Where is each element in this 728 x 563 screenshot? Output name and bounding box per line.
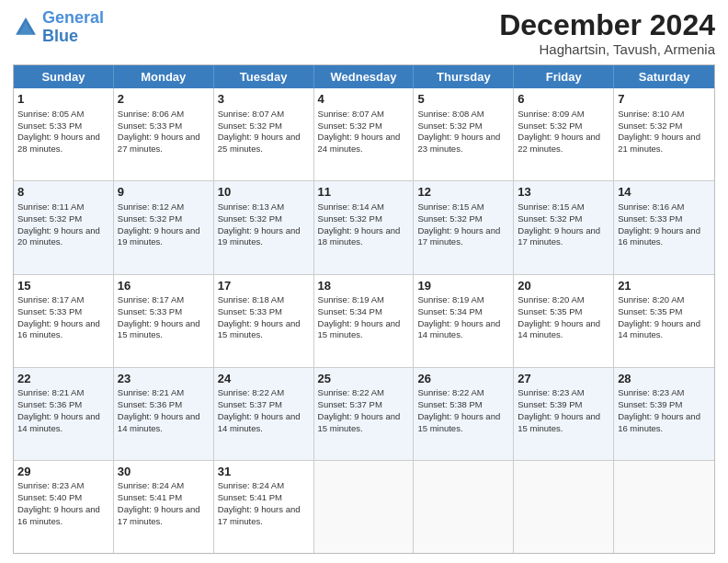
day-info: Sunrise: 8:19 AMSunset: 5:34 PMDaylight:… bbox=[318, 294, 401, 339]
calendar-body: 1Sunrise: 8:05 AMSunset: 5:33 PMDaylight… bbox=[14, 88, 714, 553]
day-number: 14 bbox=[618, 184, 711, 201]
subtitle: Haghartsin, Tavush, Armenia bbox=[499, 41, 715, 57]
header: General Blue December 2024 Haghartsin, T… bbox=[13, 9, 715, 57]
day-header-friday: Friday bbox=[514, 65, 614, 88]
day-info: Sunrise: 8:19 AMSunset: 5:34 PMDaylight:… bbox=[417, 294, 500, 339]
day-number: 8 bbox=[17, 184, 109, 201]
calendar-cell: 28Sunrise: 8:23 AMSunset: 5:39 PMDayligh… bbox=[614, 368, 714, 460]
calendar-cell: 24Sunrise: 8:22 AMSunset: 5:37 PMDayligh… bbox=[214, 368, 314, 460]
day-number: 29 bbox=[17, 464, 109, 480]
calendar-cell: 17Sunrise: 8:18 AMSunset: 5:33 PMDayligh… bbox=[214, 275, 314, 367]
day-info: Sunrise: 8:24 AMSunset: 5:41 PMDaylight:… bbox=[218, 480, 301, 525]
day-info: Sunrise: 8:21 AMSunset: 5:36 PMDaylight:… bbox=[118, 387, 200, 432]
calendar-cell: 13Sunrise: 8:15 AMSunset: 5:32 PMDayligh… bbox=[514, 181, 614, 273]
day-number: 3 bbox=[218, 91, 310, 108]
calendar-cell: 1Sunrise: 8:05 AMSunset: 5:33 PMDaylight… bbox=[14, 88, 114, 180]
calendar-cell bbox=[614, 461, 714, 553]
day-info: Sunrise: 8:07 AMSunset: 5:32 PMDaylight:… bbox=[218, 109, 301, 154]
day-number: 4 bbox=[318, 91, 410, 108]
calendar-cell: 4Sunrise: 8:07 AMSunset: 5:32 PMDaylight… bbox=[314, 88, 415, 180]
calendar-cell: 9Sunrise: 8:12 AMSunset: 5:32 PMDaylight… bbox=[114, 181, 214, 273]
day-info: Sunrise: 8:17 AMSunset: 5:33 PMDaylight:… bbox=[17, 294, 100, 339]
day-info: Sunrise: 8:05 AMSunset: 5:33 PMDaylight:… bbox=[17, 109, 100, 154]
calendar-cell: 2Sunrise: 8:06 AMSunset: 5:33 PMDaylight… bbox=[114, 88, 214, 180]
day-info: Sunrise: 8:15 AMSunset: 5:32 PMDaylight:… bbox=[518, 201, 600, 247]
calendar-cell: 19Sunrise: 8:19 AMSunset: 5:34 PMDayligh… bbox=[414, 275, 514, 367]
day-number: 11 bbox=[318, 184, 410, 201]
calendar-cell: 11Sunrise: 8:14 AMSunset: 5:32 PMDayligh… bbox=[314, 181, 415, 273]
day-number: 30 bbox=[118, 464, 210, 480]
calendar-cell: 6Sunrise: 8:09 AMSunset: 5:32 PMDaylight… bbox=[514, 88, 614, 180]
calendar-cell: 3Sunrise: 8:07 AMSunset: 5:32 PMDaylight… bbox=[214, 88, 314, 180]
day-info: Sunrise: 8:16 AMSunset: 5:33 PMDaylight:… bbox=[618, 201, 700, 247]
day-number: 1 bbox=[17, 91, 109, 108]
calendar-row: 8Sunrise: 8:11 AMSunset: 5:32 PMDaylight… bbox=[14, 181, 714, 274]
day-number: 6 bbox=[518, 91, 609, 108]
day-number: 25 bbox=[318, 371, 410, 387]
day-info: Sunrise: 8:23 AMSunset: 5:39 PMDaylight:… bbox=[518, 387, 600, 432]
day-info: Sunrise: 8:13 AMSunset: 5:32 PMDaylight:… bbox=[218, 201, 301, 247]
day-info: Sunrise: 8:11 AMSunset: 5:32 PMDaylight:… bbox=[17, 201, 100, 247]
day-info: Sunrise: 8:20 AMSunset: 5:35 PMDaylight:… bbox=[518, 294, 600, 339]
day-header-wednesday: Wednesday bbox=[314, 65, 415, 88]
calendar: SundayMondayTuesdayWednesdayThursdayFrid… bbox=[13, 64, 715, 554]
day-number: 22 bbox=[17, 371, 109, 387]
day-number: 10 bbox=[218, 184, 310, 201]
calendar-cell: 16Sunrise: 8:17 AMSunset: 5:33 PMDayligh… bbox=[114, 275, 214, 367]
day-info: Sunrise: 8:23 AMSunset: 5:39 PMDaylight:… bbox=[618, 387, 700, 432]
calendar-cell: 30Sunrise: 8:24 AMSunset: 5:41 PMDayligh… bbox=[114, 461, 214, 553]
day-header-sunday: Sunday bbox=[14, 65, 114, 88]
day-info: Sunrise: 8:08 AMSunset: 5:32 PMDaylight:… bbox=[417, 109, 500, 154]
day-number: 16 bbox=[118, 278, 210, 294]
day-number: 13 bbox=[518, 184, 609, 201]
calendar-cell: 10Sunrise: 8:13 AMSunset: 5:32 PMDayligh… bbox=[214, 181, 314, 273]
calendar-cell: 18Sunrise: 8:19 AMSunset: 5:34 PMDayligh… bbox=[314, 275, 415, 367]
calendar-row: 22Sunrise: 8:21 AMSunset: 5:36 PMDayligh… bbox=[14, 368, 714, 461]
day-info: Sunrise: 8:24 AMSunset: 5:41 PMDaylight:… bbox=[118, 480, 200, 525]
calendar-cell: 23Sunrise: 8:21 AMSunset: 5:36 PMDayligh… bbox=[114, 368, 214, 460]
day-info: Sunrise: 8:22 AMSunset: 5:37 PMDaylight:… bbox=[318, 387, 401, 432]
calendar-header: SundayMondayTuesdayWednesdayThursdayFrid… bbox=[14, 65, 714, 88]
day-number: 23 bbox=[118, 371, 210, 387]
day-info: Sunrise: 8:14 AMSunset: 5:32 PMDaylight:… bbox=[318, 201, 401, 247]
day-number: 2 bbox=[118, 91, 210, 108]
day-number: 17 bbox=[218, 278, 310, 294]
page: General Blue December 2024 Haghartsin, T… bbox=[0, 0, 728, 563]
day-number: 24 bbox=[218, 371, 310, 387]
calendar-cell: 27Sunrise: 8:23 AMSunset: 5:39 PMDayligh… bbox=[514, 368, 614, 460]
day-header-tuesday: Tuesday bbox=[214, 65, 314, 88]
day-number: 15 bbox=[17, 278, 109, 294]
day-number: 20 bbox=[518, 278, 609, 294]
day-info: Sunrise: 8:17 AMSunset: 5:33 PMDaylight:… bbox=[118, 294, 200, 339]
calendar-cell bbox=[514, 461, 614, 553]
calendar-cell: 31Sunrise: 8:24 AMSunset: 5:41 PMDayligh… bbox=[214, 461, 314, 553]
day-number: 21 bbox=[618, 278, 711, 294]
calendar-cell: 15Sunrise: 8:17 AMSunset: 5:33 PMDayligh… bbox=[14, 275, 114, 367]
calendar-cell: 25Sunrise: 8:22 AMSunset: 5:37 PMDayligh… bbox=[314, 368, 415, 460]
calendar-cell: 21Sunrise: 8:20 AMSunset: 5:35 PMDayligh… bbox=[614, 275, 714, 367]
day-number: 26 bbox=[417, 371, 509, 387]
day-info: Sunrise: 8:10 AMSunset: 5:32 PMDaylight:… bbox=[618, 109, 700, 154]
day-info: Sunrise: 8:20 AMSunset: 5:35 PMDaylight:… bbox=[618, 294, 700, 339]
calendar-cell: 29Sunrise: 8:23 AMSunset: 5:40 PMDayligh… bbox=[14, 461, 114, 553]
logo-text: General Blue bbox=[42, 9, 104, 46]
calendar-cell: 22Sunrise: 8:21 AMSunset: 5:36 PMDayligh… bbox=[14, 368, 114, 460]
calendar-cell: 26Sunrise: 8:22 AMSunset: 5:38 PMDayligh… bbox=[414, 368, 514, 460]
day-header-thursday: Thursday bbox=[414, 65, 514, 88]
day-number: 19 bbox=[417, 278, 509, 294]
calendar-cell bbox=[414, 461, 514, 553]
day-number: 31 bbox=[218, 464, 310, 480]
day-info: Sunrise: 8:21 AMSunset: 5:36 PMDaylight:… bbox=[17, 387, 100, 432]
day-number: 27 bbox=[518, 371, 609, 387]
day-number: 28 bbox=[618, 371, 711, 387]
calendar-row: 15Sunrise: 8:17 AMSunset: 5:33 PMDayligh… bbox=[14, 275, 714, 368]
logo: General Blue bbox=[13, 9, 104, 46]
day-info: Sunrise: 8:06 AMSunset: 5:33 PMDaylight:… bbox=[118, 109, 200, 154]
day-number: 12 bbox=[417, 184, 509, 201]
calendar-row: 1Sunrise: 8:05 AMSunset: 5:33 PMDaylight… bbox=[14, 88, 714, 181]
day-number: 9 bbox=[118, 184, 210, 201]
day-info: Sunrise: 8:23 AMSunset: 5:40 PMDaylight:… bbox=[17, 480, 100, 525]
day-info: Sunrise: 8:12 AMSunset: 5:32 PMDaylight:… bbox=[118, 201, 200, 247]
calendar-cell bbox=[314, 461, 415, 553]
day-number: 5 bbox=[417, 91, 509, 108]
